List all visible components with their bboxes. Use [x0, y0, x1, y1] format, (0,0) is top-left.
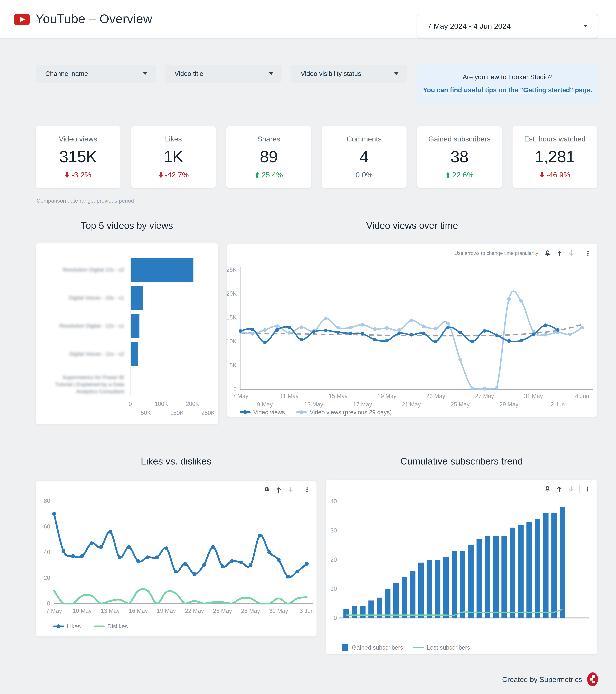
footer-credit: Created by Supermetrics	[502, 675, 582, 684]
svg-text:Dislikes: Dislikes	[108, 623, 128, 630]
svg-text:Likes: Likes	[67, 623, 81, 630]
svg-text:200K: 200K	[186, 401, 199, 407]
svg-text:Digital Voices - 10s - v1: Digital Voices - 10s - v1	[69, 295, 124, 301]
arrow-down-icon[interactable]	[568, 250, 575, 257]
svg-text:29 May: 29 May	[500, 401, 519, 408]
scorecard-delta: -46.9%	[540, 170, 570, 179]
svg-text:40: 40	[44, 549, 50, 555]
chevron-down-icon	[143, 72, 147, 75]
svg-text:20: 20	[44, 574, 50, 581]
delta-down-icon	[158, 172, 163, 178]
scorecard-value: 315K	[59, 147, 97, 166]
svg-text:28 May: 28 May	[241, 607, 260, 614]
chart-title-likes-dislikes: Likes vs. dislikes	[35, 456, 317, 467]
top-videos-card: Resolution Digital 12s - v2Digital Voice…	[35, 243, 219, 425]
svg-text:Analytics Consultant: Analytics Consultant	[76, 388, 124, 395]
svg-text:22 May: 22 May	[185, 607, 204, 614]
delta-up-icon	[445, 172, 451, 178]
arrow-up-icon[interactable]	[556, 485, 563, 493]
svg-text:250K: 250K	[201, 409, 215, 416]
svg-text:150K: 150K	[170, 409, 184, 416]
svg-text:4 Jun: 4 Jun	[575, 393, 589, 399]
arrow-down-icon[interactable]	[567, 485, 575, 493]
svg-text:2 Jun: 2 Jun	[551, 401, 565, 408]
svg-text:Supermetrics for Power BI: Supermetrics for Power BI	[62, 375, 124, 380]
svg-text:9 May: 9 May	[257, 401, 273, 408]
delta-up-icon	[255, 172, 260, 178]
comparison-note: Comparison date range: previous period	[37, 198, 134, 204]
svg-text:Resolution Digital 12s - v2: Resolution Digital 12s - v2	[63, 267, 124, 273]
svg-text:0: 0	[47, 600, 50, 607]
chart-title-cumulative-subscribers: Cumulative subscribers trend	[326, 456, 598, 467]
svg-text:15 May: 15 May	[329, 393, 348, 399]
alert-bell-icon[interactable]	[544, 250, 551, 257]
toolbar-divider	[299, 486, 299, 494]
svg-text:50K: 50K	[141, 409, 151, 416]
kebab-menu-icon[interactable]	[584, 486, 591, 492]
scorecard-label: Comments	[347, 135, 382, 143]
svg-text:20: 20	[330, 556, 337, 563]
svg-text:31 May: 31 May	[269, 607, 288, 614]
scorecard-delta: 0.0%	[356, 170, 373, 179]
svg-text:10: 10	[330, 585, 337, 592]
chart-toolbar	[263, 486, 310, 494]
filter-label: Video title	[175, 70, 203, 77]
info-question: Are you new to Looker Studio?	[463, 73, 552, 81]
svg-text:20K: 20K	[227, 290, 237, 297]
toolbar-divider	[580, 249, 580, 258]
scorecard-delta: -42.7%	[158, 170, 189, 179]
supermetrics-logo-icon	[587, 672, 598, 687]
chevron-down-icon	[269, 72, 273, 75]
svg-text:27 May: 27 May	[475, 393, 494, 399]
svg-text:13 May: 13 May	[304, 401, 323, 408]
svg-text:60: 60	[44, 523, 50, 530]
delta-text: 25.4%	[261, 170, 283, 179]
arrow-up-icon[interactable]	[275, 486, 282, 494]
scorecard-value: 1,281	[535, 147, 575, 166]
delta-text: -42.7%	[165, 170, 189, 179]
date-range-picker[interactable]: 7 May 2024 - 4 Jun 2024	[417, 14, 598, 38]
scorecard-comments: Comments 4 0.0%	[322, 126, 407, 188]
looker-studio-info-box: Are you new to Looker Studio? You can fi…	[417, 64, 598, 103]
svg-text:Gained subscribers: Gained subscribers	[352, 644, 403, 651]
svg-text:Resolution Digital - 12s - v1: Resolution Digital - 12s - v1	[59, 323, 124, 329]
chart-toolbar: Use arrows to change time granularity	[454, 249, 591, 258]
footer: Created by Supermetrics	[502, 672, 598, 687]
svg-text:10 May: 10 May	[73, 607, 92, 614]
alert-bell-icon[interactable]	[263, 486, 270, 494]
scorecard-value: 38	[451, 147, 468, 166]
scorecard-label: Likes	[165, 135, 182, 143]
toolbar-divider	[579, 485, 580, 493]
svg-text:Video views: Video views	[253, 409, 285, 416]
svg-text:Video views (previous 29 days): Video views (previous 29 days)	[310, 409, 392, 416]
svg-text:40: 40	[330, 498, 337, 505]
svg-text:23 May: 23 May	[426, 393, 445, 399]
arrow-up-icon[interactable]	[556, 250, 563, 257]
getting-started-link[interactable]: You can find useful tips on the "Getting…	[423, 86, 592, 94]
svg-text:25K: 25K	[227, 267, 237, 273]
kebab-menu-icon[interactable]	[304, 487, 310, 493]
svg-text:15K: 15K	[227, 314, 237, 321]
svg-text:31 May: 31 May	[524, 393, 543, 399]
top-videos-chart: Resolution Digital 12s - v2Digital Voice…	[36, 243, 218, 424]
date-range-value: 7 May 2024 - 4 Jun 2024	[427, 22, 511, 31]
chevron-down-icon	[584, 25, 588, 27]
filter-video-visibility[interactable]: Video visibility status	[291, 65, 407, 83]
arrow-down-icon[interactable]	[287, 486, 294, 494]
delta-text: -46.9%	[546, 170, 570, 179]
scorecard-row: Video views 315K -3.2% Likes 1K -42.7% S…	[35, 126, 598, 188]
svg-text:16 May: 16 May	[129, 607, 148, 614]
alert-bell-icon[interactable]	[544, 485, 551, 493]
scorecard-value: 1K	[163, 147, 183, 166]
filter-channel-name[interactable]: Channel name	[36, 65, 156, 83]
delta-text: 0.0%	[356, 170, 373, 179]
kebab-menu-icon[interactable]	[584, 250, 591, 257]
scorecard-value: 4	[360, 147, 369, 166]
svg-text:19 May: 19 May	[378, 393, 396, 399]
filter-video-title[interactable]: Video title	[165, 65, 282, 83]
filter-label: Video visibility status	[301, 70, 361, 77]
svg-text:0: 0	[334, 615, 337, 621]
svg-text:21 May: 21 May	[402, 401, 421, 408]
scorecard-value: 89	[260, 147, 278, 166]
svg-text:10K: 10K	[227, 338, 237, 345]
